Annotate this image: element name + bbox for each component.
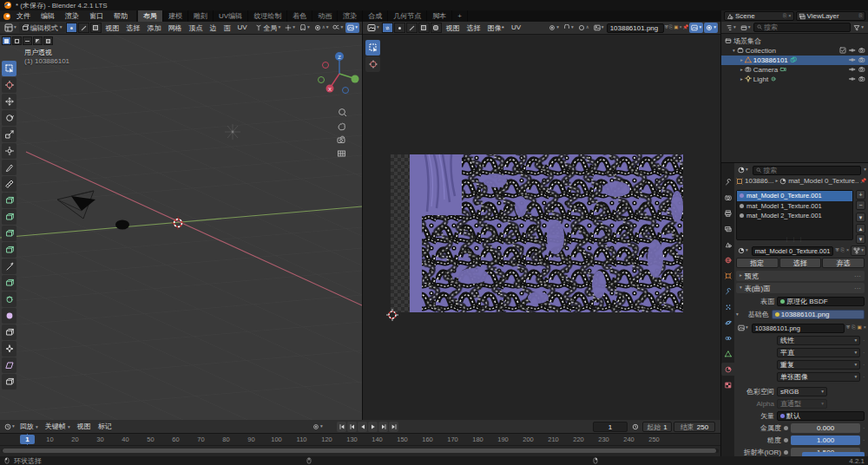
expand-icon[interactable]: ▸: [740, 58, 743, 63]
workspace-tab-10[interactable]: 脚本: [427, 10, 452, 22]
shading-mode-button[interactable]: ▾: [345, 23, 359, 33]
properties-tab-render[interactable]: [721, 191, 734, 204]
eye-icon[interactable]: [849, 66, 856, 73]
properties-tab-output[interactable]: [721, 206, 734, 219]
frame-end-field[interactable]: 结束250: [674, 422, 715, 432]
spin-tool[interactable]: [2, 291, 16, 307]
current-frame-field[interactable]: 1: [593, 422, 628, 432]
workspace-tab-2[interactable]: 雕刻: [188, 10, 214, 22]
select-set-mode[interactable]: [2, 36, 11, 45]
outliner-row-Camera[interactable]: ▸Camera: [721, 65, 868, 75]
viewlayer-new-icon[interactable]: ⎘: [859, 14, 863, 19]
workspace-tab-1[interactable]: 建模: [163, 10, 188, 22]
image-setting-dropdown-3[interactable]: 单张图像▾: [777, 372, 860, 382]
viewport-menu-0[interactable]: 视图: [102, 23, 123, 33]
image-unlink-icon[interactable]: ×: [679, 25, 681, 30]
workspace-tab-9[interactable]: 几何节点: [388, 10, 427, 22]
camera-icon[interactable]: [858, 66, 865, 73]
outliner-search-input[interactable]: [764, 23, 847, 31]
breadcrumb-object[interactable]: 103886...: [745, 177, 773, 185]
properties-search-input[interactable]: [763, 167, 858, 174]
slot-remove-button[interactable]: −: [856, 200, 865, 210]
material-action-2[interactable]: 弃选: [822, 258, 865, 268]
outliner-row-Light[interactable]: ▸Light: [721, 75, 868, 84]
topbar-menu-0[interactable]: 文件: [11, 11, 36, 21]
viewport-menu-7[interactable]: UV: [234, 23, 251, 33]
workspace-tab-8[interactable]: 合成: [363, 10, 388, 22]
uv-select-island[interactable]: [431, 23, 442, 33]
key-next-button[interactable]: [378, 422, 388, 432]
scale-tool[interactable]: [2, 127, 16, 142]
properties-tab-physics[interactable]: [721, 316, 734, 329]
display-channels-button[interactable]: ▾: [689, 23, 703, 33]
uv-sync-toggle[interactable]: [382, 23, 393, 33]
material-slot-0[interactable]: mat_Model 0_Texture.001: [737, 191, 852, 201]
vector-field[interactable]: 默认: [777, 411, 865, 421]
workspace-tab-7[interactable]: 渲染: [338, 10, 363, 22]
timeline-ruler[interactable]: 1 10203040506070809010011012013014015016…: [0, 434, 720, 446]
expand-icon[interactable]: ▸: [740, 68, 743, 73]
key-prev-button[interactable]: [347, 422, 357, 432]
image-pin-icon[interactable]: 📌: [683, 25, 689, 30]
timeline-menu-3[interactable]: 标记: [95, 422, 115, 431]
material-action-0[interactable]: 指定: [736, 258, 779, 268]
image-setting-dropdown-1[interactable]: 平直▾: [777, 348, 860, 357]
decorator-icon[interactable]: ·: [863, 363, 865, 368]
properties-tab-scene[interactable]: [721, 238, 734, 251]
outliner-row-场景集合[interactable]: 场景集合: [721, 36, 868, 46]
timeline-editor-icon-button[interactable]: ▾: [3, 422, 16, 432]
properties-tab-tool[interactable]: [721, 175, 734, 188]
workspace-tab-0[interactable]: 布局: [138, 10, 163, 22]
alpha-dropdown[interactable]: 直通型▾: [777, 399, 827, 409]
image-name-field[interactable]: 103886101.png: [607, 23, 664, 33]
scene-unlink-icon[interactable]: ×: [788, 14, 791, 19]
colorspace-dropdown[interactable]: sRGB▾: [777, 387, 827, 396]
material-unlink-icon[interactable]: ×: [846, 248, 849, 253]
uv-select-face[interactable]: [418, 23, 430, 33]
material-copy-icon[interactable]: ⎘: [841, 248, 845, 253]
slot-add-button[interactable]: +: [856, 190, 865, 200]
material-browse-button[interactable]: ▾: [736, 246, 750, 256]
properties-tab-data[interactable]: [721, 347, 734, 360]
cursor-tool[interactable]: [2, 77, 16, 93]
annotate-tool[interactable]: [2, 160, 16, 175]
image-field[interactable]: 103886101.png: [752, 324, 845, 333]
slot-specials-button[interactable]: ▾: [856, 213, 865, 222]
image-browse-small-button[interactable]: ▾: [736, 323, 750, 333]
properties-search[interactable]: [753, 166, 861, 175]
properties-tab-object[interactable]: [721, 269, 734, 282]
frame-start-field[interactable]: 起始1: [642, 422, 672, 432]
material-name-field[interactable]: mat_Model 0_Texture.001: [752, 246, 834, 256]
scrollbar-handle[interactable]: [3, 449, 716, 453]
viewport-menu-6[interactable]: 面: [220, 23, 234, 33]
select-intersect-mode[interactable]: [43, 36, 53, 45]
grid-perspective-icon[interactable]: [339, 151, 345, 156]
eye-icon[interactable]: [849, 47, 856, 54]
material-fake-user-icon[interactable]: ⛨: [835, 248, 838, 253]
select-mode-vertex[interactable]: [66, 23, 77, 33]
uv-proportional-toggle[interactable]: ∧: [576, 23, 591, 33]
uv-select-box-tool[interactable]: [365, 40, 380, 56]
overlays-button[interactable]: ▾: [331, 23, 345, 33]
topbar-menu-4[interactable]: 帮助: [108, 11, 133, 21]
outliner-search[interactable]: [753, 23, 852, 32]
pan-tool-icon[interactable]: [339, 123, 345, 130]
rotate-tool[interactable]: [2, 110, 16, 126]
select-extend-mode[interactable]: [12, 36, 22, 45]
viewport-menu-1[interactable]: 选择: [123, 23, 144, 33]
viewport-canvas[interactable]: Z X 用户透视 (1) 10388: [0, 35, 362, 420]
rip-tool[interactable]: [2, 374, 16, 390]
shrink-fatten-tool[interactable]: [2, 341, 16, 357]
image-setting-dropdown-0[interactable]: 线性▾: [777, 336, 860, 345]
preview-panel-header[interactable]: ▸预览···: [736, 271, 865, 281]
outliner-row-103886101[interactable]: ▸103886101: [721, 56, 868, 65]
base-color-field[interactable]: 103886101.png: [772, 310, 865, 319]
knife-tool[interactable]: [2, 259, 16, 274]
金属度-slider[interactable]: 0.000: [791, 423, 860, 433]
bevel-tool[interactable]: [2, 226, 16, 241]
preview-range-toggle[interactable]: [630, 422, 641, 432]
expand-icon[interactable]: ▸: [740, 77, 743, 82]
scene-selector[interactable]: Scene ⎘ ×: [724, 11, 794, 21]
uv-pivot-button[interactable]: ▾: [547, 23, 561, 33]
collapse-icon[interactable]: ▾: [733, 49, 735, 54]
